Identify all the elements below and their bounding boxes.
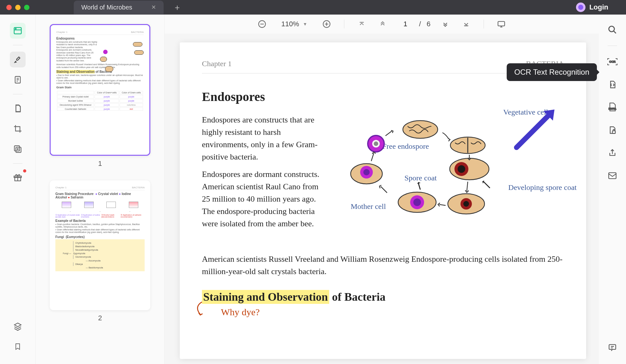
zoom-in-button[interactable] — [321, 18, 333, 30]
bookmark-tool-button[interactable] — [10, 339, 26, 355]
paragraph-2: Endospores are dormant constructs. Ameri… — [202, 168, 329, 230]
search-button[interactable] — [605, 23, 619, 37]
thumbnail-label-1: 1 — [50, 160, 150, 168]
page-tool-button[interactable] — [10, 101, 26, 116]
minimize-window-button[interactable] — [15, 5, 21, 10]
notification-dot — [23, 169, 26, 173]
pdfa-button[interactable]: PDF/A — [605, 100, 619, 114]
svg-text:PDF/A: PDF/A — [609, 107, 616, 110]
zoom-dropdown[interactable]: 110% ▼ — [277, 19, 312, 29]
page-separator: / — [419, 20, 421, 28]
tab-close-icon[interactable]: ✕ — [151, 4, 156, 11]
heading-staining: Staining and Observation of Bacteria — [202, 290, 564, 304]
svg-rect-30 — [612, 131, 615, 133]
convert-button[interactable] — [605, 78, 619, 91]
page-thumbnail-2[interactable]: Chapter 1BACTERIA Gram Staining Procedur… — [50, 180, 150, 310]
document-viewport[interactable]: Chapter 1 BACTERIA Endospores Endospores… — [165, 34, 599, 364]
maximize-window-button[interactable] — [24, 5, 29, 10]
gift-tool-button[interactable] — [10, 170, 26, 186]
svg-rect-32 — [609, 345, 616, 349]
titlebar: World of Microbes ✕ ＋ Login — [0, 0, 626, 15]
page-indicator: / 6 — [398, 20, 430, 28]
paragraph-3: American scientists Russell Vreeland and… — [202, 253, 564, 278]
ocr-button[interactable]: OCR — [605, 55, 619, 69]
next-page-button[interactable] — [439, 18, 451, 30]
thumbnails-tool-button[interactable] — [10, 23, 26, 39]
last-page-button[interactable] — [460, 18, 472, 30]
login-button[interactable]: Login — [576, 3, 620, 12]
svg-point-17 — [463, 201, 469, 207]
svg-rect-31 — [609, 173, 616, 179]
svg-point-20 — [413, 198, 421, 206]
close-window-button[interactable] — [6, 5, 12, 10]
thumbnail-panel: Chapter 1BACTERIA Endospores Endospores … — [36, 15, 165, 364]
paragraph-1: Endospores are constructs that are highl… — [202, 114, 329, 163]
document-page: Chapter 1 BACTERIA Endospores Endospores… — [180, 42, 586, 359]
share-button[interactable] — [605, 146, 619, 160]
svg-rect-8 — [498, 22, 505, 26]
email-button[interactable] — [605, 169, 619, 183]
prev-page-button[interactable] — [377, 18, 389, 30]
highlight-span: Staining and Observation — [202, 290, 329, 304]
tab-document[interactable]: World of Microbes ✕ — [74, 1, 164, 14]
highlighter-tool-button[interactable] — [10, 52, 26, 67]
heading-endospores: Endospores — [202, 89, 564, 104]
zoom-out-button[interactable] — [256, 18, 268, 30]
svg-text:OCR: OCR — [609, 60, 616, 63]
tab-title: World of Microbes — [81, 4, 132, 11]
total-pages: 6 — [427, 20, 430, 28]
avatar-icon — [576, 3, 585, 12]
chevron-down-icon: ▼ — [303, 22, 307, 27]
left-tool-rail — [0, 15, 36, 364]
login-label: Login — [589, 3, 608, 11]
page-thumbnail-1[interactable]: Chapter 1BACTERIA Endospores Endospores … — [50, 24, 150, 156]
page-input[interactable] — [398, 20, 413, 28]
presentation-button[interactable] — [495, 18, 507, 30]
comment-button[interactable] — [605, 341, 619, 355]
svg-point-23 — [363, 169, 370, 175]
window-controls — [6, 5, 29, 10]
endospore-diagram: Vegetative cell Free endospore Spore coa… — [341, 114, 564, 247]
notes-tool-button[interactable] — [10, 72, 26, 88]
first-page-button[interactable] — [356, 18, 368, 30]
svg-point-9 — [403, 121, 438, 138]
top-toolbar: 110% ▼ / 6 — [165, 15, 599, 34]
zoom-value: 110% — [281, 20, 299, 28]
svg-point-1 — [16, 28, 16, 29]
ocr-tooltip: OCR Text Recognition — [507, 63, 597, 81]
crop-tool-button[interactable] — [10, 121, 26, 137]
svg-point-27 — [609, 26, 615, 32]
svg-point-26 — [374, 141, 378, 146]
tab-add-button[interactable]: ＋ — [173, 2, 181, 13]
handwritten-annotation: Why dye? — [221, 307, 564, 317]
layers-tool-button[interactable] — [10, 318, 26, 334]
chapter-label: Chapter 1 — [202, 60, 232, 68]
thumbnail-label-2: 2 — [50, 314, 150, 322]
svg-point-14 — [458, 165, 465, 173]
encrypt-button[interactable] — [605, 123, 619, 137]
compare-tool-button[interactable] — [10, 141, 26, 157]
right-tool-rail: OCR PDF/A — [599, 15, 626, 364]
